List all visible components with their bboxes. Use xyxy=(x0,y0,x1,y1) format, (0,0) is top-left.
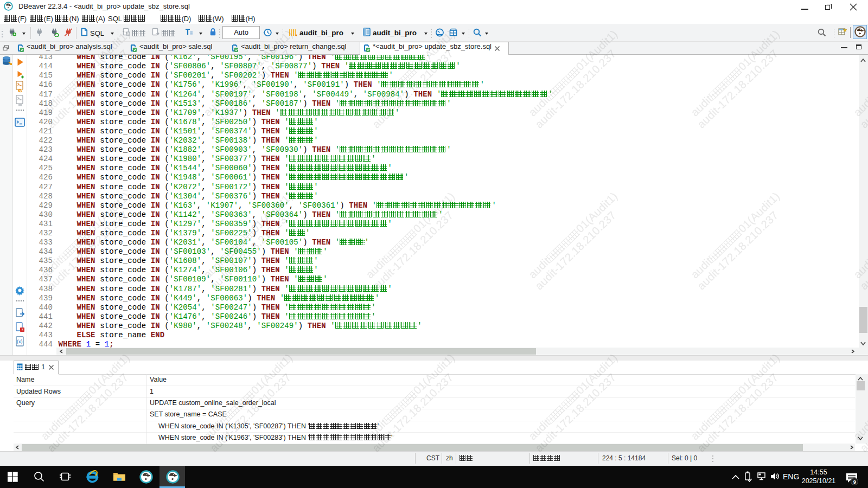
svg-text:9: 9 xyxy=(853,479,856,485)
